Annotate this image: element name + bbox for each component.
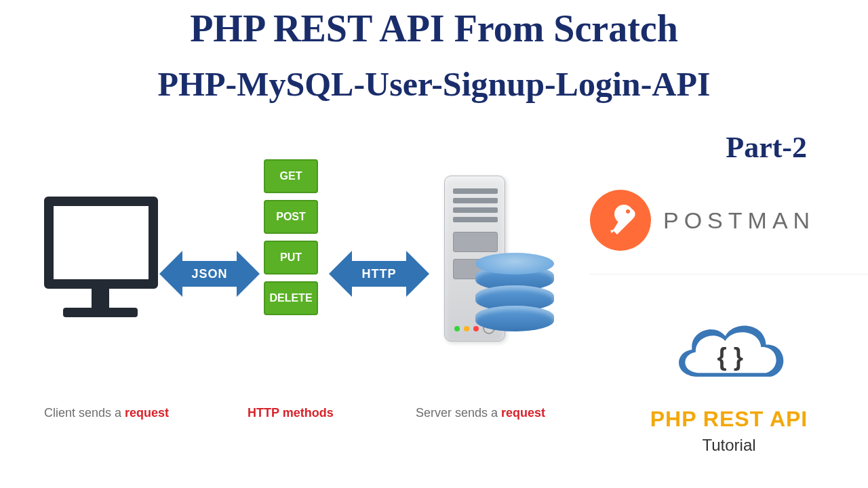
client-caption-strong: request (125, 406, 169, 420)
svg-point-1 (626, 209, 630, 214)
json-arrow-icon: JSON (159, 260, 260, 288)
part-label: Part-2 (726, 130, 807, 165)
client-caption: Client sends a request (44, 406, 169, 420)
http-method-get: GET (264, 159, 318, 193)
database-icon (475, 253, 554, 326)
http-arrow-label: HTTP (352, 261, 406, 287)
http-method-post: POST (264, 200, 318, 234)
http-arrow-icon: HTTP (329, 260, 429, 288)
json-arrow-label: JSON (182, 261, 237, 287)
server-caption: Server sends a request (416, 406, 545, 420)
sub-title: PHP-MySQL-User-Signup-Login-API (0, 64, 868, 104)
rest-diagram: JSON GET POST PUT DELETE HTTP (44, 180, 580, 464)
server-caption-strong: request (501, 406, 545, 420)
rest-card-title: PHP REST API (650, 407, 808, 432)
postman-block: POSTMAN (590, 190, 815, 251)
postman-logo-icon (590, 190, 651, 251)
http-method-delete: DELETE (264, 281, 318, 315)
cloud-braces-icon: { } (661, 308, 797, 403)
php-rest-api-card: { } PHP REST API Tutorial (590, 274, 868, 488)
server-caption-prefix: Server sends a (416, 406, 501, 420)
http-methods-stack: GET POST PUT DELETE (264, 159, 318, 315)
http-methods-caption: HTTP methods (248, 406, 334, 420)
client-monitor-icon (44, 197, 156, 317)
rest-card-sub: Tutorial (702, 436, 755, 455)
main-title: PHP REST API From Scratch (0, 7, 868, 50)
client-caption-prefix: Client sends a (44, 406, 125, 420)
http-method-put: PUT (264, 241, 318, 274)
braces-text: { } (717, 343, 743, 371)
postman-label: POSTMAN (663, 207, 815, 234)
